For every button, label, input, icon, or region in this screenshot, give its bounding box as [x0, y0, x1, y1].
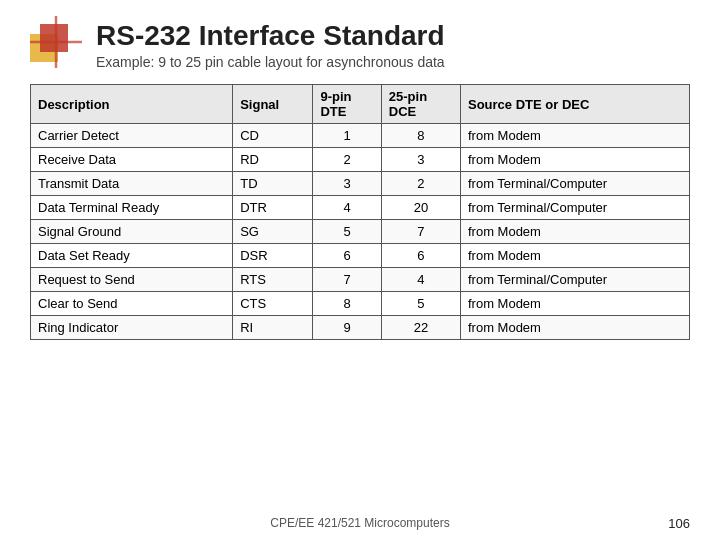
- cell-source: from Modem: [460, 292, 689, 316]
- col-header-source: Source DTE or DEC: [460, 85, 689, 124]
- cell-9pin: 3: [313, 172, 381, 196]
- table-row: Signal GroundSG57from Modem: [31, 220, 690, 244]
- cell-25pin: 3: [381, 148, 460, 172]
- cell-signal: DSR: [233, 244, 313, 268]
- cell-9pin: 4: [313, 196, 381, 220]
- cell-signal: RD: [233, 148, 313, 172]
- cell-description: Request to Send: [31, 268, 233, 292]
- cell-source: from Modem: [460, 220, 689, 244]
- table-row: Ring IndicatorRI922from Modem: [31, 316, 690, 340]
- cell-description: Transmit Data: [31, 172, 233, 196]
- logo-graphic: [30, 16, 82, 68]
- cell-9pin: 5: [313, 220, 381, 244]
- cell-9pin: 2: [313, 148, 381, 172]
- col-header-signal: Signal: [233, 85, 313, 124]
- cell-9pin: 9: [313, 316, 381, 340]
- cell-source: from Modem: [460, 148, 689, 172]
- rs232-table: Description Signal 9-pinDTE 25-pinDCE So…: [30, 84, 690, 340]
- table-row: Carrier DetectCD18from Modem: [31, 124, 690, 148]
- table-row: Request to SendRTS74from Terminal/Comput…: [31, 268, 690, 292]
- title-block: RS-232 Interface Standard Example: 9 to …: [96, 20, 445, 70]
- cell-description: Ring Indicator: [31, 316, 233, 340]
- col-header-description: Description: [31, 85, 233, 124]
- cell-9pin: 1: [313, 124, 381, 148]
- cell-9pin: 6: [313, 244, 381, 268]
- col-header-25pin: 25-pinDCE: [381, 85, 460, 124]
- cell-25pin: 8: [381, 124, 460, 148]
- cell-25pin: 5: [381, 292, 460, 316]
- cell-25pin: 6: [381, 244, 460, 268]
- page-number: 106: [668, 516, 690, 531]
- cell-25pin: 22: [381, 316, 460, 340]
- table-header-row: Description Signal 9-pinDTE 25-pinDCE So…: [31, 85, 690, 124]
- cell-description: Clear to Send: [31, 292, 233, 316]
- table-row: Receive DataRD23from Modem: [31, 148, 690, 172]
- cell-25pin: 2: [381, 172, 460, 196]
- cell-25pin: 4: [381, 268, 460, 292]
- cell-9pin: 7: [313, 268, 381, 292]
- cell-signal: SG: [233, 220, 313, 244]
- table-container: Description Signal 9-pinDTE 25-pinDCE So…: [30, 84, 690, 508]
- cell-description: Data Terminal Ready: [31, 196, 233, 220]
- cell-source: from Terminal/Computer: [460, 196, 689, 220]
- cell-description: Signal Ground: [31, 220, 233, 244]
- cell-source: from Modem: [460, 244, 689, 268]
- cell-source: from Terminal/Computer: [460, 268, 689, 292]
- subtitle: Example: 9 to 25 pin cable layout for as…: [96, 54, 445, 70]
- cell-source: from Terminal/Computer: [460, 172, 689, 196]
- cell-signal: CD: [233, 124, 313, 148]
- cell-signal: RI: [233, 316, 313, 340]
- table-row: Data Terminal ReadyDTR420from Terminal/C…: [31, 196, 690, 220]
- cell-signal: CTS: [233, 292, 313, 316]
- cell-signal: DTR: [233, 196, 313, 220]
- cell-description: Data Set Ready: [31, 244, 233, 268]
- cell-signal: RTS: [233, 268, 313, 292]
- table-row: Transmit DataTD32from Terminal/Computer: [31, 172, 690, 196]
- page: RS-232 Interface Standard Example: 9 to …: [0, 0, 720, 540]
- cell-25pin: 7: [381, 220, 460, 244]
- table-row: Data Set ReadyDSR66from Modem: [31, 244, 690, 268]
- svg-rect-1: [40, 24, 68, 52]
- footer-label: CPE/EE 421/521 Microcomputers: [270, 516, 449, 530]
- main-title: RS-232 Interface Standard: [96, 20, 445, 52]
- cell-source: from Modem: [460, 124, 689, 148]
- cell-signal: TD: [233, 172, 313, 196]
- cell-9pin: 8: [313, 292, 381, 316]
- cell-25pin: 20: [381, 196, 460, 220]
- col-header-9pin: 9-pinDTE: [313, 85, 381, 124]
- cell-description: Carrier Detect: [31, 124, 233, 148]
- header-area: RS-232 Interface Standard Example: 9 to …: [30, 20, 690, 72]
- table-row: Clear to SendCTS85from Modem: [31, 292, 690, 316]
- footer: CPE/EE 421/521 Microcomputers 106: [30, 508, 690, 530]
- cell-description: Receive Data: [31, 148, 233, 172]
- cell-source: from Modem: [460, 316, 689, 340]
